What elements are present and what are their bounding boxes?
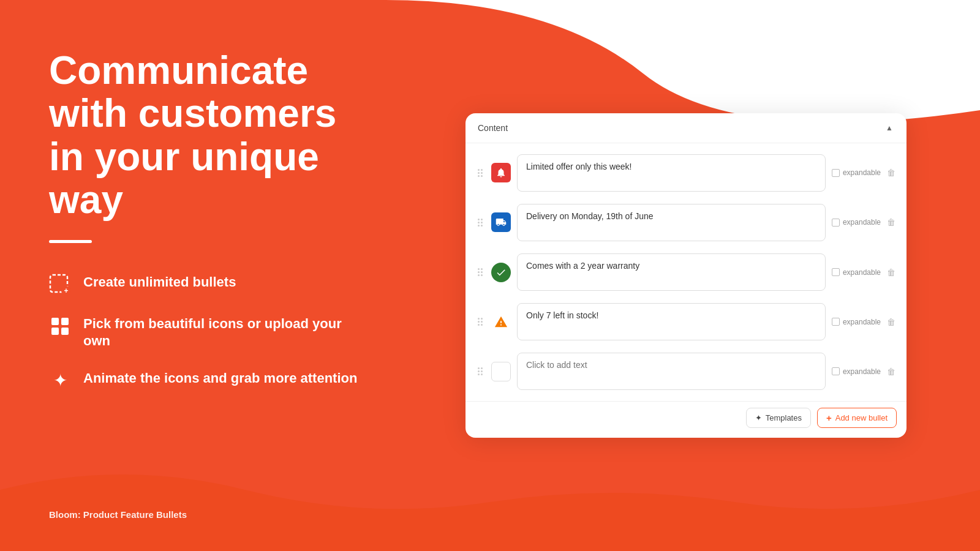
bullet-textarea-5[interactable] <box>517 353 826 390</box>
bullet-icon-warning[interactable] <box>491 312 511 332</box>
brand-name: Bloom: Product Feature Bullets <box>49 509 187 520</box>
expandable-checkbox-5[interactable] <box>832 367 840 375</box>
table-row: Only 7 left in stock! expandable 🗑 <box>475 299 897 344</box>
drag-dots-5 <box>478 367 483 375</box>
bullet-icon-empty[interactable] <box>491 362 511 381</box>
expandable-text-4: expandable <box>843 318 881 326</box>
delete-btn-5[interactable]: 🗑 <box>886 366 897 377</box>
templates-label: Templates <box>766 413 802 422</box>
hero-section: Communicate with customers in your uniqu… <box>49 49 361 392</box>
feature-text-animate: Animate the icons and grab more attentio… <box>83 370 357 388</box>
drag-dots-4 <box>478 318 483 326</box>
bullet-actions-3: expandable 🗑 <box>832 267 897 278</box>
feature-text-icons: Pick from beautiful icons or upload your… <box>83 315 361 350</box>
card-footer: ✦ Templates + Add new bullet <box>466 401 907 438</box>
expandable-text-2: expandable <box>843 218 881 227</box>
expandable-checkbox-2[interactable] <box>832 219 840 227</box>
bullet-textarea-2[interactable]: Delivery on Monday, 19th of June <box>517 204 826 241</box>
add-bullet-label: Add new bullet <box>835 413 888 422</box>
drag-handle-5[interactable] <box>475 365 485 378</box>
bullet-textarea-3[interactable]: Comes with a 2 year warranty <box>517 253 826 291</box>
add-bullet-button[interactable]: + Add new bullet <box>817 408 897 428</box>
expandable-label-5[interactable]: expandable <box>832 367 881 376</box>
bullet-icon-bell[interactable] <box>491 163 511 182</box>
expandable-label-3[interactable]: expandable <box>832 268 881 277</box>
card-body: Limited offer only this week! expandable… <box>466 143 907 402</box>
divider <box>49 240 92 243</box>
feature-item-bullets: + Create unlimited bullets <box>49 274 361 296</box>
drag-dots-1 <box>478 169 483 177</box>
table-row: Limited offer only this week! expandable… <box>475 151 897 195</box>
content-card: Content ▲ Limited offer <box>466 113 907 438</box>
chevron-up-icon[interactable]: ▲ <box>884 123 894 133</box>
delete-btn-2[interactable]: 🗑 <box>886 217 897 228</box>
expandable-label-2[interactable]: expandable <box>832 218 881 227</box>
card-header-title: Content <box>478 123 508 133</box>
delete-btn-4[interactable]: 🗑 <box>886 317 897 328</box>
expandable-label-1[interactable]: expandable <box>832 168 881 177</box>
plus-icon: + <box>826 413 832 423</box>
truck-icon <box>496 217 507 228</box>
drag-dots-3 <box>478 268 483 276</box>
card-header: Content ▲ <box>466 113 907 143</box>
expandable-text-5: expandable <box>843 367 881 376</box>
feature-item-animate: ✦ Animate the icons and grab more attent… <box>49 370 361 392</box>
right-panel: Content ▲ Limited offer <box>392 0 980 551</box>
drag-dots-2 <box>478 219 483 227</box>
grid-cell-3 <box>51 328 59 335</box>
table-row: Comes with a 2 year warranty expandable … <box>475 250 897 294</box>
expandable-checkbox-1[interactable] <box>832 169 840 177</box>
create-bullets-icon: + <box>49 274 71 296</box>
checkmark-icon <box>496 267 507 278</box>
templates-sparkle-icon: ✦ <box>755 413 762 422</box>
bullet-textarea-1[interactable]: Limited offer only this week! <box>517 154 826 192</box>
sparkle-icon: ✦ <box>53 370 67 391</box>
table-row: expandable 🗑 <box>475 349 897 394</box>
expandable-checkbox-3[interactable] <box>832 268 840 276</box>
bullet-actions-5: expandable 🗑 <box>832 366 897 377</box>
delete-btn-3[interactable]: 🗑 <box>886 267 897 278</box>
templates-button[interactable]: ✦ Templates <box>746 408 811 428</box>
svg-text:+: + <box>64 287 68 295</box>
bell-icon <box>496 167 507 178</box>
grid-cell-2 <box>61 318 69 325</box>
bullet-icon-check[interactable] <box>491 263 511 282</box>
animate-icon: ✦ <box>49 370 71 392</box>
expandable-checkbox-4[interactable] <box>832 318 840 326</box>
warning-icon <box>494 315 508 329</box>
pick-icons-icon <box>49 315 71 337</box>
expandable-text-3: expandable <box>843 268 881 277</box>
grid-cell-4 <box>61 328 69 335</box>
table-row: Delivery on Monday, 19th of June expanda… <box>475 200 897 245</box>
drag-handle-2[interactable] <box>475 216 485 229</box>
grid-icon <box>51 318 69 335</box>
drag-handle-4[interactable] <box>475 315 485 328</box>
feature-text-bullets: Create unlimited bullets <box>83 274 236 291</box>
feature-item-icons: Pick from beautiful icons or upload your… <box>49 315 361 350</box>
grid-cell-1 <box>51 318 59 325</box>
bullet-actions-4: expandable 🗑 <box>832 317 897 328</box>
expandable-text-1: expandable <box>843 168 881 177</box>
bullet-icon-truck[interactable] <box>491 212 511 232</box>
drag-handle-1[interactable] <box>475 167 485 179</box>
brand-section: Bloom: Product Feature Bullets <box>49 509 361 520</box>
hero-title: Communicate with customers in your uniqu… <box>49 49 361 222</box>
left-panel: Communicate with customers in your uniqu… <box>0 0 398 551</box>
delete-btn-1[interactable]: 🗑 <box>886 167 897 178</box>
bullet-textarea-4[interactable]: Only 7 left in stock! <box>517 303 826 340</box>
bullet-actions-2: expandable 🗑 <box>832 217 897 228</box>
expandable-label-4[interactable]: expandable <box>832 318 881 326</box>
bullet-actions-1: expandable 🗑 <box>832 167 897 178</box>
features-list: + Create unlimited bullets Pick from bea… <box>49 274 361 392</box>
drag-handle-3[interactable] <box>475 266 485 279</box>
